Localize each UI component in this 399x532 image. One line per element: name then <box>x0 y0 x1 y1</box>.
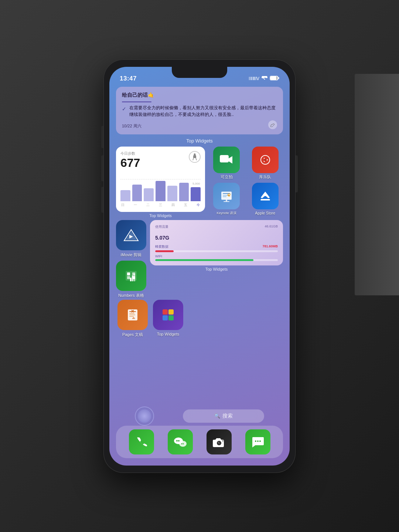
numbers-icon[interactable] <box>116 261 146 291</box>
step-label: 今日步数 <box>120 151 140 156</box>
svg-rect-11 <box>223 196 226 197</box>
siri-button[interactable] <box>135 406 154 426</box>
svg-rect-28 <box>129 315 135 315</box>
svg-rect-23 <box>132 275 133 281</box>
imovie-icon[interactable] <box>116 220 146 250</box>
svg-rect-10 <box>223 195 228 196</box>
wifi-bar-fill <box>155 259 253 261</box>
svg-point-41 <box>183 443 184 444</box>
note-check-icon: ✓ <box>122 105 126 118</box>
svg-rect-3 <box>270 76 277 80</box>
svg-point-37 <box>176 440 178 442</box>
step-days: 日 一 二 三 四 五 今 <box>120 203 201 207</box>
app-icon-grid: 可立拍 库乐队 <box>209 147 283 216</box>
note-title: 给自己的话🤙 <box>122 92 277 99</box>
svg-rect-22 <box>130 278 132 281</box>
appstore-icon[interactable] <box>252 183 279 209</box>
note-widget[interactable]: 给自己的话🤙 ✓ 在需要尽全力的时候偷懒，看别人努力又很没有安全感，最后带着这种… <box>116 87 283 134</box>
step-widget[interactable]: 今日步数 677 <box>116 147 205 212</box>
svg-rect-18 <box>127 272 130 275</box>
bottom-app-row: Pages 文稿 Top Widgets <box>116 300 283 337</box>
wifi-bar-track <box>155 259 278 261</box>
imovie-label: iMovie 剪辑 <box>121 252 142 258</box>
app-garageband-wrap: 库乐队 <box>248 147 283 180</box>
laptop-hint <box>355 74 399 295</box>
bottom-area: 🔍 搜索 <box>109 406 290 426</box>
svg-rect-27 <box>129 313 134 314</box>
svg-rect-1 <box>278 77 279 79</box>
notch <box>172 67 227 78</box>
widget-step-row: 今日步数 677 <box>116 147 283 218</box>
step-chart <box>120 181 201 201</box>
screen-content: 给自己的话🤙 ✓ 在需要尽全力的时候偷懒，看别人努力又很没有安全感，最后带着这种… <box>109 85 290 340</box>
pages-label: Pages 文稿 <box>122 332 143 337</box>
svg-point-47 <box>257 440 259 442</box>
svg-point-45 <box>218 442 219 443</box>
mid-row: iMovie 剪辑 <box>116 220 283 298</box>
numbers-label: Numbers 表格 <box>118 293 144 298</box>
svg-rect-33 <box>168 309 174 315</box>
step-widget-container: 今日步数 677 <box>116 147 205 218</box>
data-widget-container: 使用流量 46.61GB 5.07G 蜂窝数据 781.60MB <box>150 220 283 271</box>
dock-messages-icon[interactable] <box>245 429 270 454</box>
data-unit: G <box>165 235 169 241</box>
cellular-data-row: 蜂窝数据 781.60MB <box>155 244 278 252</box>
power-button[interactable] <box>296 155 298 192</box>
data-widget[interactable]: 使用流量 46.61GB 5.07G 蜂窝数据 781.60MB <box>150 220 283 265</box>
svg-rect-24 <box>134 274 135 281</box>
dock <box>116 426 283 458</box>
cellular-bar-track <box>155 250 278 252</box>
cellular-bar-fill <box>155 250 174 252</box>
step-person-icon <box>189 151 201 163</box>
search-bar[interactable]: 🔍 搜索 <box>183 409 264 423</box>
app-topwidgets-wrap: Top Widgets <box>153 300 183 337</box>
svg-point-38 <box>178 440 180 442</box>
app-appstore-wrap: Apple Store <box>248 183 283 216</box>
pages-icon[interactable] <box>117 300 148 330</box>
status-icons: ⅠⅡⅢⅣ <box>249 76 279 82</box>
garageband-icon[interactable] <box>252 147 279 173</box>
svg-point-7 <box>264 158 267 161</box>
keynote-label: Keynote 讲演 <box>217 211 237 216</box>
dock-camera-icon[interactable] <box>207 429 232 454</box>
search-icon: 🔍 <box>214 413 220 419</box>
note-body: ✓ 在需要尽全力的时候偷懒，看别人努力又很没有安全感，最后带着这种态度继续装做样… <box>122 104 277 118</box>
svg-point-46 <box>255 440 256 442</box>
svg-rect-34 <box>163 315 168 320</box>
desk-surface: 13:47 ⅠⅡⅢⅣ 给自己的话🤙 <box>0 0 399 532</box>
appstore-label: Apple Store <box>255 211 275 215</box>
note-edit-button[interactable] <box>268 120 277 129</box>
volume-up-button[interactable] <box>101 155 103 181</box>
dock-wechat-icon[interactable] <box>168 429 193 454</box>
app-facetime-wrap: 可立拍 <box>209 147 244 180</box>
data-main-value: 5.07G <box>155 231 278 242</box>
step-count: 677 <box>120 157 140 169</box>
svg-point-40 <box>181 443 182 444</box>
app-keynote-wrap: Keynote 讲演 <box>209 183 244 216</box>
battery-icon <box>270 76 279 81</box>
keynote-icon[interactable] <box>213 183 240 209</box>
app-imovie-wrap: iMovie 剪辑 <box>116 220 146 258</box>
svg-rect-5 <box>220 155 229 162</box>
svg-rect-12 <box>226 200 227 201</box>
search-text: 搜索 <box>222 413 233 419</box>
topwidgets-icon[interactable] <box>153 300 183 330</box>
signal-icon: ⅠⅡⅢⅣ <box>249 76 259 81</box>
dock-phone-icon[interactable] <box>129 429 154 454</box>
phone-shell: 13:47 ⅠⅡⅢⅣ 给自己的话🤙 <box>103 59 296 473</box>
wifi-data-row: WIFI <box>155 254 278 261</box>
volume-down-button[interactable] <box>101 187 103 213</box>
step-widget-label: Top Widgets <box>116 213 205 218</box>
note-date: 10/22 周六 <box>122 123 141 129</box>
top-widgets-section-label: Top Widgets <box>116 138 283 144</box>
svg-rect-35 <box>168 315 174 320</box>
data-widget-top: 使用流量 46.61GB <box>155 224 278 229</box>
svg-rect-29 <box>129 316 134 317</box>
svg-rect-32 <box>163 309 168 315</box>
data-widget-label: Top Widgets <box>150 267 283 271</box>
wifi-icon <box>262 76 267 82</box>
app-numbers-wrap: Numbers 表格 <box>116 261 146 298</box>
garageband-label: 库乐队 <box>259 175 271 180</box>
svg-rect-13 <box>224 201 229 202</box>
facetime-icon[interactable] <box>213 147 240 173</box>
